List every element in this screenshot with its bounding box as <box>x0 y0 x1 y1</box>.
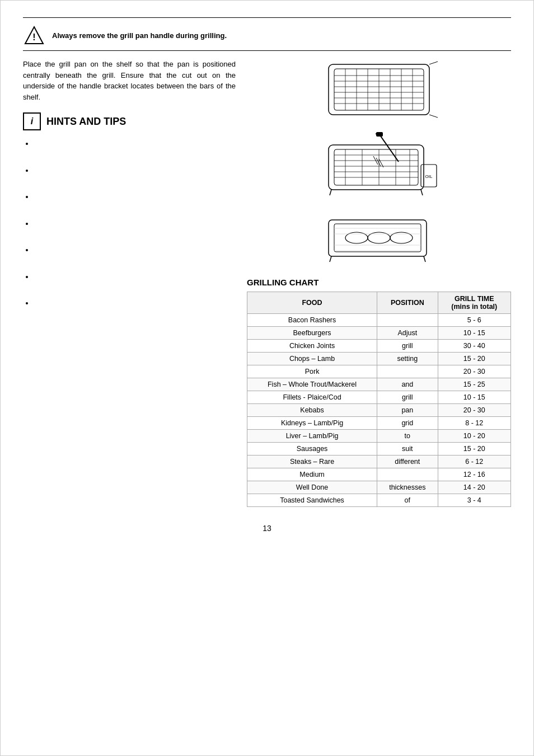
position-cell: of <box>377 494 438 507</box>
col-food: FOOD <box>247 292 377 314</box>
time-cell: 15 - 20 <box>438 443 510 456</box>
list-item <box>34 165 236 176</box>
food-cell: Kidneys – Lamb/Pig <box>247 417 377 430</box>
table-row: Pork20 - 30 <box>247 365 511 378</box>
time-cell: 3 - 4 <box>438 494 510 507</box>
svg-line-50 <box>330 256 331 262</box>
position-cell: to <box>377 430 438 443</box>
position-cell: thicknesses <box>377 481 438 494</box>
list-item <box>34 138 236 149</box>
list-item <box>34 271 236 283</box>
time-cell: 20 - 30 <box>438 365 510 378</box>
table-row: Steaks – Raredifferent6 - 12 <box>247 456 511 468</box>
table-row: Bacon Rashers5 - 6 <box>247 314 511 327</box>
warning-text: Always remove the grill pan handle durin… <box>52 31 227 41</box>
position-cell: suit <box>377 443 438 456</box>
svg-line-31 <box>379 134 399 162</box>
page-number: 13 <box>23 524 511 533</box>
time-cell: 10 - 15 <box>438 327 510 340</box>
position-cell: and <box>377 378 438 391</box>
hints-icon: i <box>23 112 41 130</box>
time-cell: 30 - 40 <box>438 340 510 353</box>
table-row: Chops – Lambsetting15 - 20 <box>247 353 511 365</box>
warning-box: ! Always remove the grill pan handle dur… <box>23 21 511 50</box>
list-item <box>34 298 236 309</box>
hints-list <box>23 138 236 309</box>
list-item <box>34 191 236 203</box>
position-cell: grill <box>377 340 438 353</box>
hints-header: i HINTS AND TIPS <box>23 112 236 130</box>
top-rule <box>23 17 511 18</box>
list-item <box>34 218 236 229</box>
time-cell: 5 - 6 <box>438 314 510 327</box>
time-cell: 10 - 15 <box>438 391 510 404</box>
svg-line-34 <box>373 156 378 165</box>
grilling-chart: GRILLING CHART FOOD POSITION GRILL TIME(… <box>247 278 511 507</box>
svg-line-18 <box>429 115 438 118</box>
warning-icon: ! <box>23 25 45 47</box>
page: ! Always remove the grill pan handle dur… <box>0 0 534 756</box>
time-cell: 14 - 20 <box>438 481 510 494</box>
food-cell: Steaks – Rare <box>247 456 377 468</box>
time-cell: 15 - 25 <box>438 378 510 391</box>
position-cell <box>377 468 438 481</box>
food-cell: Kebabs <box>247 404 377 417</box>
hints-title: HINTS AND TIPS <box>46 116 126 128</box>
table-row: Toasted Sandwichesof3 - 4 <box>247 494 511 507</box>
position-cell: Adjust <box>377 327 438 340</box>
table-row: Well Donethicknesses14 - 20 <box>247 481 511 494</box>
col-position: POSITION <box>377 292 438 314</box>
table-row: Fish – Whole Trout/Mackereland15 - 25 <box>247 378 511 391</box>
chart-title: GRILLING CHART <box>247 278 511 287</box>
svg-rect-33 <box>376 132 383 137</box>
food-cell: Chops – Lamb <box>247 353 377 365</box>
time-cell: 12 - 16 <box>438 468 510 481</box>
bottom-rule <box>23 50 511 51</box>
position-cell: setting <box>377 353 438 365</box>
table-row: BeefburgersAdjust10 - 15 <box>247 327 511 340</box>
food-cell: Fish – Whole Trout/Mackerel <box>247 378 377 391</box>
table-row: Medium12 - 16 <box>247 468 511 481</box>
time-cell: 6 - 12 <box>438 456 510 468</box>
food-cell: Fillets - Plaice/Cod <box>247 391 377 404</box>
svg-line-35 <box>376 158 381 166</box>
time-cell: 10 - 20 <box>438 430 510 443</box>
time-cell: 15 - 20 <box>438 353 510 365</box>
position-cell <box>377 314 438 327</box>
food-cell: Pork <box>247 365 377 378</box>
svg-line-51 <box>424 256 425 262</box>
illustrations: OIL <box>247 59 511 266</box>
position-cell: grill <box>377 391 438 404</box>
illustration-3 <box>317 209 441 266</box>
table-row: Kidneys – Lamb/Piggrid8 - 12 <box>247 417 511 430</box>
food-cell: Toasted Sandwiches <box>247 494 377 507</box>
table-row: Fillets - Plaice/Codgrill10 - 15 <box>247 391 511 404</box>
position-cell: different <box>377 456 438 468</box>
list-item <box>34 245 236 256</box>
svg-text:OIL: OIL <box>425 174 433 179</box>
intro-text: Place the grill pan on the shelf so that… <box>23 59 236 102</box>
table-row: Liver – Lamb/Pigto10 - 20 <box>247 430 511 443</box>
food-cell: Sausages <box>247 443 377 456</box>
main-content: Place the grill pan on the shelf so that… <box>23 59 511 507</box>
time-cell: 8 - 12 <box>438 417 510 430</box>
position-cell <box>377 365 438 378</box>
left-column: Place the grill pan on the shelf so that… <box>23 59 236 507</box>
table-row: Kebabspan20 - 30 <box>247 404 511 417</box>
food-cell: Chicken Joints <box>247 340 377 353</box>
svg-rect-42 <box>334 224 421 252</box>
right-column: OIL <box>247 59 511 507</box>
table-row: Chicken Jointsgrill30 - 40 <box>247 340 511 353</box>
table-row: Sausagessuit15 - 20 <box>247 443 511 456</box>
food-cell: Well Done <box>247 481 377 494</box>
food-cell: Beefburgers <box>247 327 377 340</box>
svg-line-39 <box>330 190 331 195</box>
position-cell: pan <box>377 404 438 417</box>
food-cell: Bacon Rashers <box>247 314 377 327</box>
svg-rect-20 <box>334 149 418 185</box>
svg-text:!: ! <box>32 32 35 42</box>
position-cell: grid <box>377 417 438 430</box>
svg-line-40 <box>421 190 423 195</box>
illustration-1 <box>317 59 441 122</box>
col-time: GRILL TIME(mins in total) <box>438 292 510 314</box>
